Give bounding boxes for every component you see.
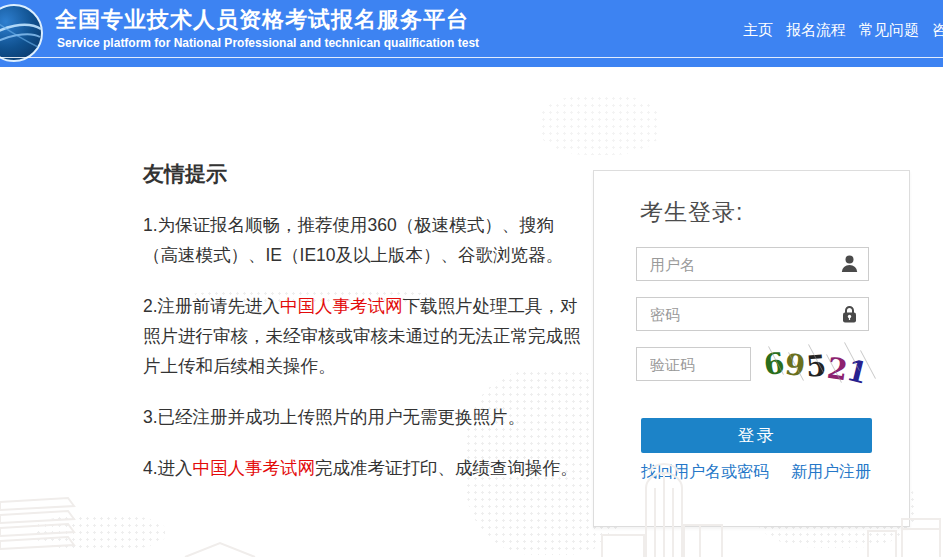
forgot-credentials-link[interactable]: 找回用户名或密码 [641,462,769,483]
username-input[interactable] [636,247,869,281]
tip-paragraph: 2.注册前请先进入中国人事考试网下载照片处理工具，对照片进行审核，未经审核或审核… [143,291,581,381]
tips-paragraphs: 1.为保证报名顺畅，推荐使用360（极速模式）、搜狗（高速模式）、IE（IE10… [143,210,581,483]
captcha-image[interactable]: 69521 [758,342,878,389]
site-subtitle: Service platform for National Profession… [57,36,479,50]
nav-item-0[interactable]: 主页 [743,21,773,40]
tip-text: 完成准考证打印、成绩查询操作。 [315,458,578,478]
login-card: 考生登录: [593,170,910,527]
login-button[interactable]: 登录 [641,418,872,453]
nav-item-3[interactable]: 咨 [932,21,943,40]
login-heading: 考生登录: [640,197,743,228]
captcha-field-wrap [636,347,751,381]
tip-paragraph: 3.已经注册并成功上传照片的用户无需更换照片。 [143,402,581,432]
tip-text: 4.进入 [143,458,193,478]
cpta-site-link[interactable]: 中国人事考试网 [193,458,316,478]
tip-text: 2.注册前请先进入 [143,296,280,316]
header-divider [0,57,943,58]
tips-heading: 友情提示 [143,160,581,188]
tip-paragraph: 1.为保证报名顺畅，推荐使用360（极速模式）、搜狗（高速模式）、IE（IE10… [143,210,581,270]
site-title: 全国专业技术人员资格考试报名服务平台 [55,5,469,35]
page: 全国专业技术人员资格考试报名服务平台 Service platform for … [0,0,943,557]
password-field-wrap [636,297,869,331]
person-icon [841,255,858,273]
dot-pattern-decoration [35,515,165,550]
globe-logo-icon [0,3,44,63]
tip-text: 3.已经注册并成功上传照片的用户无需更换照片。 [143,407,525,427]
header: 全国专业技术人员资格考试报名服务平台 Service platform for … [0,0,943,67]
register-link[interactable]: 新用户注册 [791,462,871,483]
captcha-digits: 69521 [764,342,870,386]
captcha-input[interactable] [636,347,751,381]
login-links: 找回用户名或密码 新用户注册 [641,462,871,483]
nav-item-1[interactable]: 报名流程 [786,21,846,40]
tip-text: 1.为保证报名顺畅，推荐使用360（极速模式）、搜狗（高速模式）、IE（IE10… [143,215,563,265]
nav-item-2[interactable]: 常见问题 [859,21,919,40]
cpta-site-link[interactable]: 中国人事考试网 [280,296,403,316]
header-nav: 主页报名流程常见问题咨 [743,21,943,40]
password-input[interactable] [636,297,869,331]
username-field-wrap [636,247,869,281]
tip-paragraph: 4.进入中国人事考试网完成准考证打印、成绩查询操作。 [143,453,581,483]
tips-section: 友情提示 1.为保证报名顺畅，推荐使用360（极速模式）、搜狗（高速模式）、IE… [143,160,581,504]
dot-pattern-decoration [540,95,660,155]
lock-icon [841,305,858,323]
